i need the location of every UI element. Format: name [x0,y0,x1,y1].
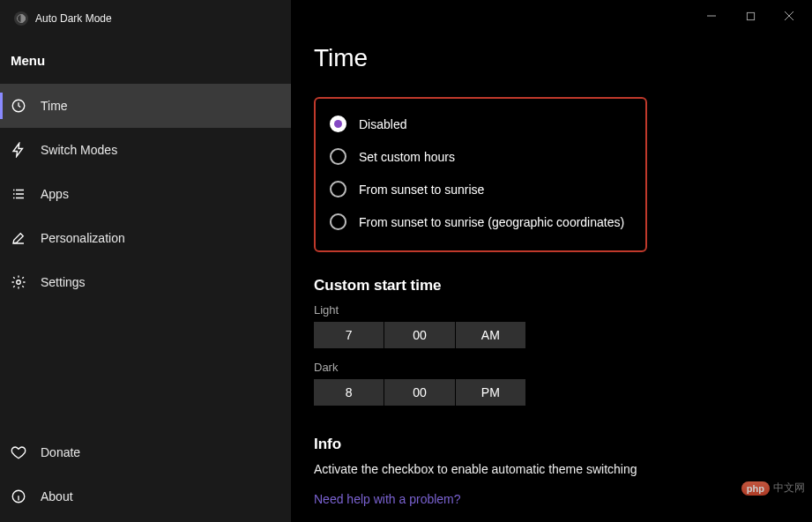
app-title: Auto Dark Mode [35,12,112,25]
nav-label: Settings [41,275,86,289]
light-hour[interactable]: 7 [314,322,384,348]
info-text: Activate the checkbox to enable automati… [314,462,789,476]
page: Time Disabled Set custom hours From suns… [291,0,812,506]
main: Time Disabled Set custom hours From suns… [291,0,812,522]
dark-label: Dark [314,361,789,374]
nav-item-settings[interactable]: Settings [0,260,291,304]
radio-option-custom-hours[interactable]: Set custom hours [330,140,631,173]
app-icon [14,11,28,26]
nav-label: About [41,489,73,503]
minimize-button[interactable] [692,5,731,26]
nav-item-donate[interactable]: Donate [0,430,291,474]
watermark-text: 中文网 [773,481,805,496]
dark-hour[interactable]: 8 [314,379,384,406]
radio-icon [330,213,346,230]
watermark: php 中文网 [741,481,805,496]
nav: Time Switch Modes Apps Personalization [0,84,291,304]
svg-point-2 [17,280,21,285]
clock-icon [11,98,26,114]
gear-icon [11,274,26,290]
radio-option-geo-coords[interactable]: From sunset to sunrise (geographic coord… [330,205,631,238]
svg-rect-4 [747,12,754,19]
nav-label: Personalization [41,231,125,245]
radio-label: From sunset to sunrise (geographic coord… [359,215,624,229]
maximize-button[interactable] [731,5,770,26]
nav-item-personalization[interactable]: Personalization [0,216,291,260]
radio-option-disabled[interactable]: Disabled [330,108,631,140]
app-title-row: Auto Dark Mode [0,0,291,28]
nav-item-apps[interactable]: Apps [0,172,291,216]
sidebar-footer: Donate About [0,430,291,518]
radio-icon [330,116,346,132]
light-ampm[interactable]: AM [456,322,525,348]
dark-ampm[interactable]: PM [456,379,525,406]
radio-icon [330,148,346,165]
light-minute[interactable]: 00 [384,322,455,348]
custom-start-heading: Custom start time [314,277,789,295]
list-icon [11,186,26,202]
watermark-badge: php [741,481,770,496]
nav-label: Time [41,99,68,113]
info-heading: Info [314,436,789,453]
radio-label: Disabled [359,117,406,131]
light-label: Light [314,303,789,317]
nav-item-time[interactable]: Time [0,84,291,128]
heart-icon [11,444,26,460]
radio-label: Set custom hours [359,150,455,164]
help-link[interactable]: Need help with a problem? [314,492,789,506]
schedule-mode-group: Disabled Set custom hours From sunset to… [314,97,647,252]
light-time-picker: 7 00 AM [314,322,525,348]
nav-item-switch-modes[interactable]: Switch Modes [0,128,291,172]
sidebar: Auto Dark Mode Menu Time Switch Modes A [0,0,291,522]
info-icon [11,488,26,504]
menu-heading: Menu [0,28,291,78]
nav-label: Apps [41,187,69,201]
page-title: Time [314,44,789,72]
radio-option-sunset-sunrise[interactable]: From sunset to sunrise [330,173,631,205]
radio-label: From sunset to sunrise [359,183,484,197]
dark-minute[interactable]: 00 [384,379,455,406]
lightning-icon [11,142,26,158]
nav-label: Donate [41,445,80,459]
nav-item-about[interactable]: About [0,474,291,518]
window-controls [692,5,808,26]
dark-time-picker: 8 00 PM [314,379,525,406]
close-button[interactable] [770,5,808,26]
edit-icon [11,230,26,246]
nav-label: Switch Modes [41,143,117,157]
radio-icon [330,181,346,198]
